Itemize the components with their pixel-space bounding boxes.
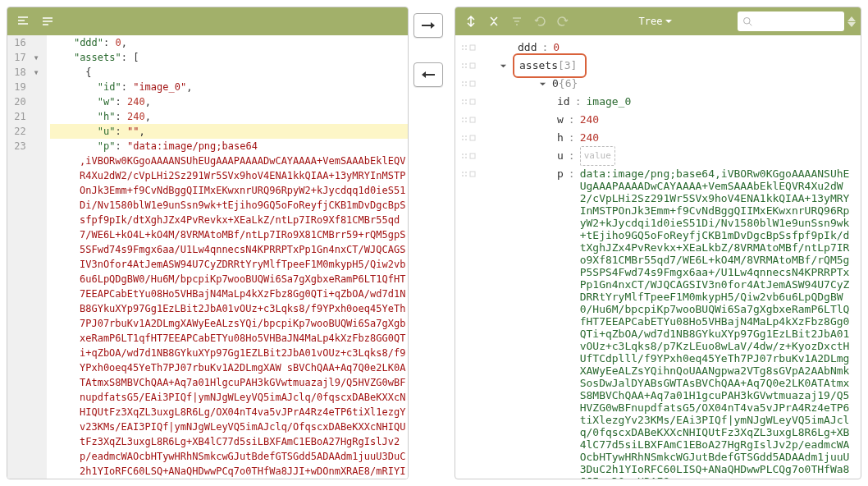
svg-point-19 — [465, 103, 467, 104]
svg-point-26 — [462, 135, 464, 137]
undo-icon[interactable] — [529, 11, 550, 31]
svg-point-36 — [462, 172, 464, 173]
transfer-right-button[interactable] — [413, 13, 443, 38]
svg-point-28 — [462, 139, 464, 140]
svg-point-21 — [462, 117, 464, 119]
svg-point-17 — [465, 99, 467, 101]
svg-point-8 — [462, 66, 464, 68]
svg-point-32 — [465, 154, 467, 155]
svg-point-2 — [465, 45, 467, 47]
svg-point-18 — [462, 103, 464, 104]
svg-point-12 — [465, 81, 467, 83]
tree-viewer-panel: Tree ddd:0assets [3]0 {6}id:image_0w:240… — [455, 7, 861, 479]
svg-point-27 — [465, 135, 467, 137]
svg-rect-20 — [470, 99, 475, 104]
svg-point-1 — [462, 45, 464, 47]
code-area[interactable]: "ddd": 0, "assets": [ { "id": "image_0",… — [47, 35, 408, 479]
code-body[interactable]: 16 17 ▾18 ▾19 20 21 22 23 "ddd": 0, "ass… — [7, 35, 408, 479]
search-input-wrap[interactable] — [738, 11, 844, 31]
compact-icon[interactable] — [37, 11, 58, 31]
transfer-left-button[interactable] — [413, 62, 443, 87]
sort-icon[interactable] — [506, 11, 528, 31]
svg-rect-35 — [470, 154, 475, 158]
svg-rect-15 — [470, 81, 475, 86]
svg-point-39 — [465, 175, 467, 177]
svg-point-7 — [465, 63, 467, 65]
svg-point-34 — [465, 157, 467, 158]
search-nav[interactable] — [847, 16, 856, 27]
svg-point-31 — [462, 154, 464, 155]
svg-point-24 — [465, 121, 467, 122]
svg-point-14 — [465, 85, 467, 86]
svg-rect-30 — [470, 135, 475, 140]
svg-point-9 — [465, 66, 467, 68]
tree-area[interactable]: ddd:0assets [3]0 {6}id:image_0w:240h:240… — [482, 35, 861, 479]
svg-point-38 — [462, 175, 464, 177]
svg-point-22 — [465, 117, 467, 119]
search-icon — [742, 16, 752, 27]
svg-point-29 — [465, 139, 467, 140]
svg-point-33 — [462, 157, 464, 158]
chevron-down-icon — [665, 20, 672, 24]
right-toolbar: Tree — [455, 7, 861, 35]
left-toolbar — [7, 7, 408, 35]
code-editor-panel: 16 17 ▾18 ▾19 20 21 22 23 "ddd": 0, "ass… — [7, 7, 409, 479]
expand-all-icon[interactable] — [460, 11, 482, 31]
svg-rect-40 — [470, 172, 475, 177]
svg-point-11 — [462, 81, 464, 83]
svg-point-6 — [462, 63, 464, 65]
nav-down-icon — [847, 22, 856, 27]
svg-rect-10 — [470, 63, 475, 68]
view-mode-select[interactable]: Tree — [634, 16, 678, 27]
collapse-all-icon[interactable] — [483, 11, 505, 31]
svg-point-16 — [462, 99, 464, 101]
format-icon[interactable] — [12, 11, 34, 31]
svg-point-13 — [462, 85, 464, 86]
search-input[interactable] — [756, 16, 839, 27]
nav-up-icon — [847, 16, 856, 21]
svg-point-37 — [465, 172, 467, 173]
svg-rect-25 — [470, 117, 475, 122]
svg-point-23 — [462, 121, 464, 122]
svg-point-3 — [462, 48, 464, 50]
tree-body[interactable]: ddd:0assets [3]0 {6}id:image_0w:240h:240… — [455, 35, 861, 479]
svg-point-4 — [465, 48, 467, 50]
svg-point-0 — [744, 17, 751, 24]
line-gutter: 16 17 ▾18 ▾19 20 21 22 23 — [7, 35, 47, 479]
svg-rect-5 — [470, 45, 475, 50]
view-mode-label: Tree — [639, 16, 663, 27]
redo-icon[interactable] — [552, 11, 573, 31]
tree-gutter — [455, 35, 482, 479]
